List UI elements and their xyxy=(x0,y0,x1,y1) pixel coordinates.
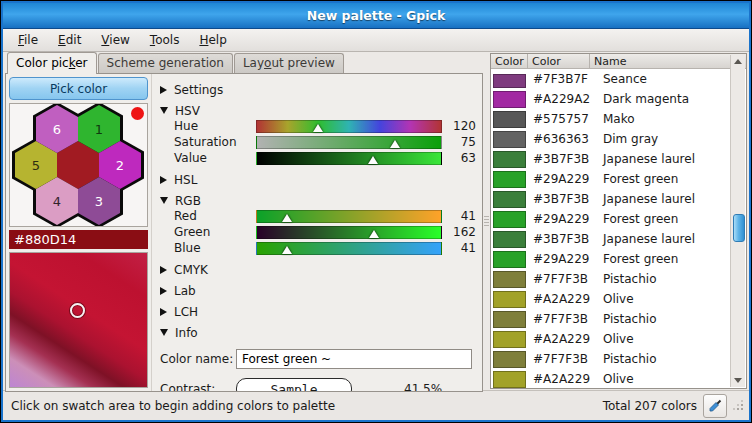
palette-row[interactable]: #3B7F3BJapanese laurel xyxy=(491,229,731,249)
tab-color-picker[interactable]: Color picker xyxy=(7,52,97,74)
palette-swatch[interactable] xyxy=(493,111,526,128)
arrow-down-icon xyxy=(734,378,742,383)
slider-row-hue: Hue120 xyxy=(160,118,476,134)
section-label: Settings xyxy=(174,83,223,97)
section-cmyk[interactable]: CMYK xyxy=(160,262,476,277)
slider-row-value: Value63 xyxy=(160,150,476,166)
palette-swatch[interactable] xyxy=(493,231,526,248)
palette-hex: #3B7F3B xyxy=(526,192,603,206)
palette-swatch[interactable] xyxy=(493,151,526,168)
statusbar: Click on swatch area to begin adding col… xyxy=(3,390,749,420)
contrast-sample-button[interactable]: Sample xyxy=(236,378,352,391)
palette-swatch[interactable] xyxy=(493,131,526,148)
palette-row[interactable]: #A229A2Dark magenta xyxy=(491,89,731,109)
slider-label: Red xyxy=(160,209,256,223)
swatch-area[interactable]: 123456 xyxy=(9,103,148,227)
pick-color-button[interactable]: Pick color xyxy=(9,77,148,100)
slider-marker[interactable] xyxy=(369,230,379,238)
palette-row[interactable]: #29A229Forest green xyxy=(491,169,731,189)
tab-scheme-generation[interactable]: Scheme generation xyxy=(98,53,233,73)
section-info[interactable]: Info xyxy=(160,325,476,340)
palette-swatch[interactable] xyxy=(493,211,526,228)
slider-marker[interactable] xyxy=(282,214,292,222)
scroll-down-button[interactable] xyxy=(732,374,744,387)
blue-slider[interactable] xyxy=(256,242,442,255)
saturation-slider[interactable] xyxy=(256,136,442,149)
section-settings[interactable]: Settings xyxy=(160,82,476,97)
arrow-up-icon xyxy=(734,59,742,64)
value-slider[interactable] xyxy=(256,152,442,165)
section-hsl[interactable]: HSL xyxy=(160,172,476,187)
floating-picker-button[interactable] xyxy=(703,394,727,418)
expander-collapsed-icon xyxy=(160,266,167,274)
palette-row[interactable]: #29A229Forest green xyxy=(491,249,731,269)
palette-swatch[interactable] xyxy=(493,271,526,288)
palette-row[interactable]: #7F7F3BPistachio xyxy=(491,269,731,289)
palette-swatch[interactable] xyxy=(493,351,526,368)
red-slider[interactable] xyxy=(256,210,442,223)
section-rgb[interactable]: RGB xyxy=(160,193,476,208)
slider-row-green: Green162 xyxy=(160,224,476,240)
palette-header-color-swatch[interactable]: Color xyxy=(491,54,528,68)
slider-label: Saturation xyxy=(160,135,256,149)
palette-swatch[interactable] xyxy=(493,311,526,328)
palette-hex: #7F7F3B xyxy=(526,352,603,366)
slider-marker[interactable] xyxy=(390,140,400,148)
palette-row[interactable]: #3B7F3BJapanese laurel xyxy=(491,149,731,169)
menu-tools[interactable]: Tools xyxy=(141,31,189,49)
palette-swatch[interactable] xyxy=(493,251,526,268)
palette-name: Olive xyxy=(603,292,731,306)
slider-marker[interactable] xyxy=(282,246,292,254)
contrast-sample-label: Sample xyxy=(271,382,318,392)
menu-help[interactable]: Help xyxy=(190,31,235,49)
palette-header-name[interactable]: Name xyxy=(590,54,731,68)
slider-marker[interactable] xyxy=(368,156,378,164)
palette-row[interactable]: #3B7F3BJapanese laurel xyxy=(491,189,731,209)
tab-layout-preview[interactable]: Layout preview xyxy=(234,53,344,73)
expander-collapsed-icon xyxy=(160,287,167,295)
palette-row[interactable]: #A2A229Olive xyxy=(491,369,731,388)
palette-swatch[interactable] xyxy=(493,331,526,348)
palette-header-color-hex[interactable]: Color xyxy=(528,54,590,68)
palette-swatch[interactable] xyxy=(493,191,526,208)
palette-row[interactable]: #A2A229Olive xyxy=(491,329,731,349)
palette-row[interactable]: #7F7F3BPistachio xyxy=(491,309,731,329)
palette-hex: #29A229 xyxy=(526,212,603,226)
palette-name: Forest green xyxy=(603,172,731,186)
palette-scrollbar[interactable] xyxy=(730,55,745,387)
palette-row[interactable]: #7F3B7FSeance xyxy=(491,69,731,89)
section-lab[interactable]: Lab xyxy=(160,283,476,298)
slider-marker[interactable] xyxy=(313,124,323,132)
slider-label: Green xyxy=(160,225,256,239)
palette-row[interactable]: #7F7F3BPistachio xyxy=(491,349,731,369)
color-name-input[interactable] xyxy=(236,349,472,369)
palette-row[interactable]: #636363Dim gray xyxy=(491,129,731,149)
palette-hex: #29A229 xyxy=(526,172,603,186)
palette-swatch[interactable] xyxy=(493,371,526,388)
palette-swatch[interactable] xyxy=(493,171,526,188)
palette-swatch[interactable] xyxy=(493,291,526,308)
palette-swatch[interactable] xyxy=(493,91,526,108)
eyedropper-icon xyxy=(708,399,722,413)
expander-expanded-icon xyxy=(160,107,168,114)
expander-collapsed-icon xyxy=(160,176,167,184)
slider-value: 120 xyxy=(442,119,476,133)
section-lch[interactable]: LCH xyxy=(160,304,476,319)
menu-file[interactable]: File xyxy=(9,31,47,49)
scrollbar-thumb[interactable] xyxy=(733,214,745,242)
hue-slider[interactable] xyxy=(256,120,442,133)
scroll-up-button[interactable] xyxy=(732,55,744,68)
green-slider[interactable] xyxy=(256,226,442,239)
menu-edit[interactable]: Edit xyxy=(49,31,90,49)
section-hsv[interactable]: HSV xyxy=(160,103,476,118)
palette-swatch[interactable] xyxy=(493,74,526,88)
pane-splitter[interactable] xyxy=(483,53,490,391)
palette-row[interactable]: #575757Mako xyxy=(491,109,731,129)
screen-zoom-preview[interactable] xyxy=(9,252,148,388)
palette-row[interactable]: #A2A229Olive xyxy=(491,289,731,309)
window-resize-grip[interactable] xyxy=(733,399,745,413)
palette-row[interactable]: #29A229Forest green xyxy=(491,209,731,229)
titlebar[interactable]: New palette - Gpick xyxy=(3,3,749,29)
menu-view[interactable]: View xyxy=(92,31,138,49)
palette-pane: Color Color Name #7F3B7FSeance#A229A2Dar… xyxy=(490,53,747,389)
